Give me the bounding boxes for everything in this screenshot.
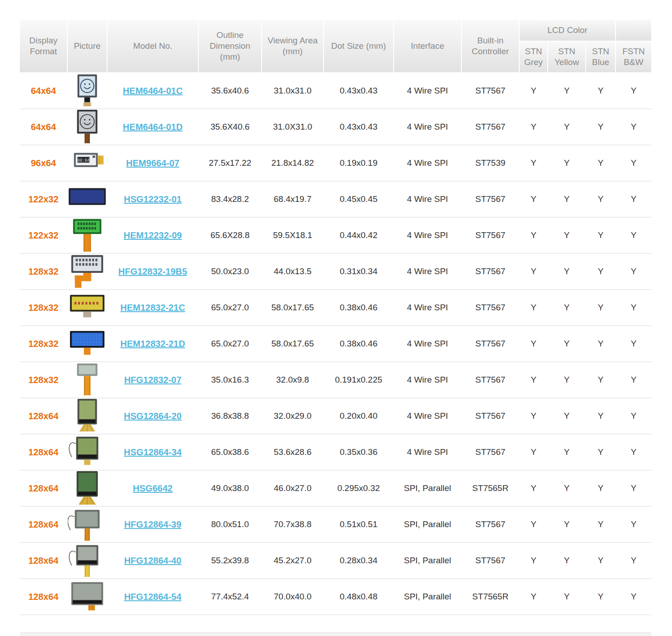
display-format-cell: 128x32 bbox=[20, 339, 67, 349]
picture-cell bbox=[68, 507, 107, 542]
outline-dimension-cell: 77.4x52.4 bbox=[199, 592, 261, 602]
fstn-bw-flag: Y bbox=[616, 86, 651, 96]
controller-cell: ST7567 bbox=[462, 267, 519, 276]
table-row: 64x64HEM6464-01D35.6X40.631.0X31.00.43x0… bbox=[20, 109, 651, 145]
col-header-interface: Interface bbox=[394, 20, 461, 72]
display-format-cell: 128x64 bbox=[20, 519, 67, 530]
dot-size-cell: 0.51x0.51 bbox=[324, 519, 393, 529]
outline-dimension-cell: 83.4x28.2 bbox=[199, 194, 261, 204]
fstn-bw-flag: Y bbox=[616, 158, 651, 168]
col-header-lcd-color-group: LCD Color bbox=[520, 20, 615, 41]
controller-cell: ST7567 bbox=[462, 375, 519, 385]
stn-blue-flag: Y bbox=[586, 483, 615, 493]
model-link[interactable]: HEM12832-21D bbox=[120, 339, 185, 349]
model-link[interactable]: HFG12864-39 bbox=[124, 519, 182, 529]
model-link[interactable]: HFG12864-54 bbox=[124, 592, 182, 602]
dot-size-cell: 0.38x0.46 bbox=[324, 339, 393, 349]
svg-text:00:04: 00:04 bbox=[77, 158, 89, 163]
model-link[interactable]: HEM12232-09 bbox=[124, 230, 182, 240]
viewing-area-cell: 32.0x29.0 bbox=[262, 411, 323, 421]
stn-blue-flag: Y bbox=[586, 122, 615, 132]
stn-grey-flag: Y bbox=[520, 230, 547, 240]
fstn-bw-flag: Y bbox=[616, 483, 651, 493]
display-format-cell: 128x32 bbox=[20, 303, 67, 313]
stn-blue-flag: Y bbox=[586, 303, 615, 313]
picture-cell bbox=[68, 109, 107, 145]
dot-size-cell: 0.295x0.32 bbox=[324, 483, 393, 493]
model-cell: HFG12832-07 bbox=[108, 375, 198, 385]
controller-cell: ST7567 bbox=[462, 230, 519, 240]
model-link[interactable]: HFG12832-07 bbox=[124, 375, 182, 385]
stn-yellow-flag: Y bbox=[548, 303, 585, 313]
model-link[interactable]: HEM6464-01C bbox=[123, 86, 183, 96]
fstn-bw-flag: Y bbox=[616, 194, 651, 204]
col-header-fstn-bw: FSTN B&W bbox=[616, 42, 651, 72]
model-link[interactable]: HEM9664-07 bbox=[126, 158, 179, 168]
table-row: 128x64HSG12864-3465.0x38.653.6x28.60.35x… bbox=[20, 435, 651, 471]
viewing-area-cell: 59.5X18.1 bbox=[262, 230, 323, 240]
outline-dimension-cell: 80.0x51.0 bbox=[199, 519, 261, 529]
model-link[interactable]: HFG12864-40 bbox=[124, 556, 182, 566]
picture-cell bbox=[68, 218, 107, 253]
col-header-dot-size: Dot Size (mm) bbox=[324, 20, 393, 72]
display-format-cell: 122x32 bbox=[20, 230, 67, 241]
stn-blue-flag: Y bbox=[586, 519, 615, 529]
dot-size-cell: 0.31x0.34 bbox=[324, 267, 393, 276]
interface-cell: 4 Wire SPI bbox=[394, 86, 461, 96]
model-cell: HFG12832-19B5 bbox=[108, 267, 198, 277]
interface-cell: 4 Wire SPI bbox=[394, 194, 461, 204]
stn-grey-flag: Y bbox=[520, 483, 547, 493]
model-link[interactable]: HFG12832-19B5 bbox=[118, 267, 187, 276]
model-link[interactable]: HEM12832-21C bbox=[120, 303, 185, 313]
model-link[interactable]: HSG12232-01 bbox=[124, 194, 182, 204]
empty-row bbox=[20, 615, 651, 633]
stn-blue-flag: Y bbox=[586, 230, 615, 240]
viewing-area-cell: 53.6x28.6 bbox=[262, 447, 323, 457]
stn-blue-flag: Y bbox=[586, 86, 615, 96]
col-header-stn-grey: STN Grey bbox=[520, 42, 547, 72]
stn-yellow-flag: Y bbox=[548, 447, 585, 457]
outline-dimension-cell: 50.0x23.0 bbox=[199, 267, 261, 276]
stn-grey-flag: Y bbox=[520, 86, 547, 96]
table-row: 128x32HEM12832-21C65.0x27.058.0x17.650.3… bbox=[20, 290, 651, 326]
col-header-outline-dimension: Outline Dimension (mm) bbox=[199, 20, 261, 72]
picture-cell bbox=[68, 254, 107, 289]
controller-cell: ST7539 bbox=[462, 158, 519, 168]
controller-cell: ST7567 bbox=[462, 86, 519, 96]
controller-cell: ST7567 bbox=[462, 556, 519, 566]
display-format-cell: 128x64 bbox=[20, 411, 67, 421]
hfg12832-07-photo bbox=[68, 362, 107, 398]
picture-cell bbox=[68, 543, 107, 578]
interface-cell: 4 Wire SPI bbox=[394, 230, 461, 240]
stn-grey-flag: Y bbox=[520, 375, 547, 385]
hsg12232-01-photo bbox=[68, 182, 107, 217]
viewing-area-cell: 68.4x19.7 bbox=[262, 194, 323, 204]
hem12832-21d-photo bbox=[68, 326, 107, 361]
interface-cell: SPI, Parallel bbox=[394, 483, 461, 493]
stn-grey-flag: Y bbox=[520, 267, 547, 276]
stn-yellow-flag: Y bbox=[548, 230, 585, 240]
fstn-bw-flag: Y bbox=[616, 303, 651, 313]
model-cell: HFG12864-39 bbox=[108, 519, 198, 530]
col-header-picture: Picture bbox=[68, 20, 107, 72]
model-link[interactable]: HSG12864-20 bbox=[124, 411, 182, 421]
viewing-area-cell: 32.0x9.8 bbox=[262, 375, 323, 385]
fstn-bw-flag: Y bbox=[616, 592, 651, 602]
stn-grey-flag: Y bbox=[520, 411, 547, 421]
viewing-area-cell: 44.0x13.5 bbox=[262, 267, 323, 276]
display-format-cell: 128x64 bbox=[20, 592, 67, 602]
dot-size-cell: 0.48x0.48 bbox=[324, 592, 393, 602]
picture-cell bbox=[68, 182, 107, 217]
model-link[interactable]: HEM6464-01D bbox=[123, 122, 183, 132]
model-link[interactable]: HSG12864-34 bbox=[124, 447, 182, 457]
stn-blue-flag: Y bbox=[586, 375, 615, 385]
model-link[interactable]: HSG6642 bbox=[133, 483, 173, 493]
stn-grey-flag: Y bbox=[520, 556, 547, 566]
controller-cell: ST7567 bbox=[462, 122, 519, 132]
outline-dimension-cell: 65.0x38.6 bbox=[199, 447, 261, 457]
outline-dimension-cell: 65.0x27.0 bbox=[199, 339, 261, 349]
stn-yellow-flag: Y bbox=[548, 267, 585, 276]
model-cell: HSG12232-01 bbox=[108, 194, 198, 205]
stn-yellow-flag: Y bbox=[548, 556, 585, 566]
picture-cell bbox=[68, 471, 107, 506]
